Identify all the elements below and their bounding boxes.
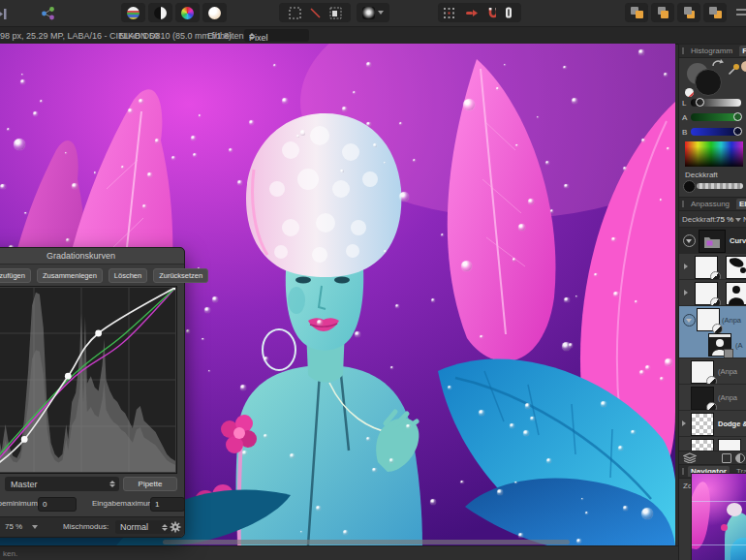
layers-opacity-value[interactable]: 75 % [716, 215, 733, 224]
gear-icon[interactable] [170, 521, 181, 533]
tab-ebenen[interactable]: Ebenen [736, 199, 746, 209]
auto-levels-button[interactable] [121, 3, 145, 22]
foreground-colour-swatch[interactable] [695, 69, 722, 96]
adjustment-thumbnail[interactable] [695, 282, 718, 305]
opacity-value[interactable]: 75 % [5, 522, 22, 531]
colour-opacity-knob[interactable] [683, 180, 696, 193]
layer-row[interactable] [679, 437, 746, 451]
arrange-forward-button[interactable] [651, 3, 674, 22]
navigator-view-rect [692, 501, 746, 545]
adjustment-thumbnail[interactable] [695, 256, 718, 279]
adjustment-icon[interactable] [735, 453, 745, 463]
tab-farbe[interactable]: Farbe [739, 46, 746, 56]
selection-tools-group [279, 3, 351, 22]
panel-grip-icon[interactable] [682, 201, 684, 207]
arrange-to-back-button[interactable] [703, 3, 727, 22]
units-dropdown[interactable]: Pixel [244, 29, 309, 42]
arrange-forward-icon [656, 6, 670, 19]
recent-colour-swatch[interactable] [741, 61, 746, 72]
horizontal-scrollbar[interactable] [163, 540, 570, 544]
panel-grip-icon[interactable] [682, 468, 684, 475]
add-button[interactable]: Hinzufügen [0, 268, 31, 283]
layer-label: (Anpa [718, 393, 737, 402]
share-icon[interactable] [41, 6, 56, 24]
stepper-icon [109, 481, 115, 487]
curves-graph[interactable] [0, 286, 177, 474]
b-slider[interactable] [691, 128, 741, 136]
arrange-to-front-icon [630, 6, 644, 19]
layer-row[interactable]: (Anpa [679, 358, 746, 385]
eyedropper-icon[interactable] [728, 63, 740, 76]
group-thumbnail[interactable] [699, 230, 726, 253]
trash-button[interactable] [496, 3, 521, 22]
adjustment-badge-icon [706, 376, 717, 385]
l-slider[interactable] [691, 99, 741, 107]
chevron-down-icon [378, 11, 384, 15]
chevron-down-icon [735, 218, 741, 222]
adjustment-thumbnail[interactable] [697, 308, 720, 331]
auto-colours-button[interactable] [175, 3, 200, 22]
adjustment-thumbnail[interactable] [691, 360, 714, 384]
layers-opacity-row: Deckkraft: 75 % N [679, 211, 746, 228]
pixel-thumbnail[interactable] [691, 413, 714, 436]
layer-row-curves-group[interactable]: Curves [679, 228, 746, 254]
layer-row[interactable] [679, 254, 746, 280]
expand-icon[interactable] [684, 264, 688, 269]
pixel-grid-icon[interactable] [442, 6, 456, 20]
dialog-buttons: Hinzufügen Zusammenlegen Löschen Zurücks… [0, 264, 184, 287]
tab-anpassung[interactable]: Anpassung [688, 199, 732, 209]
panel-grip-icon[interactable] [682, 47, 684, 54]
colour-spectrum[interactable] [685, 141, 743, 167]
colour-opacity-slider[interactable] [697, 183, 743, 189]
blend-mode-dropdown[interactable]: Normal [115, 520, 171, 534]
menu-icon[interactable] [736, 9, 746, 16]
merge-button[interactable]: Zusammenlegen [37, 268, 103, 283]
mask-thumbnail[interactable] [726, 282, 746, 305]
status-bar: ken. [0, 545, 678, 560]
input-min-field[interactable]: 0 [38, 497, 77, 512]
layer-row[interactable]: (Anpa [679, 385, 746, 411]
input-max-field[interactable]: 1 [150, 497, 185, 512]
arrange-backward-button[interactable] [677, 3, 700, 22]
layer-row-selected[interactable]: (Anpa (A [679, 306, 746, 358]
layer-row[interactable] [679, 280, 746, 306]
slider-label-a: A [682, 113, 687, 122]
curves-dialog: Gradationskurven Hinzufügen Zusammenlege… [0, 247, 185, 538]
marquee-icon[interactable] [288, 6, 302, 20]
layer-label: (Anpa [718, 367, 737, 376]
dialog-title: Gradationskurven [0, 248, 184, 264]
preset-dropdown[interactable] [357, 3, 389, 22]
clipped-tool-icon[interactable] [0, 7, 10, 19]
layer-label: Curves [730, 236, 746, 245]
mask-thumbnail[interactable] [708, 333, 731, 357]
channel-dropdown[interactable]: Master [5, 477, 119, 491]
new-layer-icon[interactable] [722, 453, 731, 463]
layer-row-dodge-group[interactable]: Dodge & [679, 411, 746, 437]
mask-thumbnail[interactable] [726, 256, 746, 279]
top-toolbar [0, 0, 746, 27]
layer-stack-icon[interactable] [683, 452, 697, 463]
picker-button[interactable]: Pipette [123, 477, 177, 491]
navigator-thumbnail[interactable] [691, 473, 746, 560]
delete-button[interactable]: Löschen [109, 268, 147, 283]
adjustment-thumbnail[interactable] [691, 387, 714, 410]
snap-move-icon[interactable] [464, 6, 479, 20]
auto-contrast-button[interactable] [148, 3, 172, 22]
collapse-icon[interactable] [683, 314, 696, 327]
deselect-icon[interactable] [308, 6, 323, 20]
reset-button[interactable]: Zurücksetzen [153, 268, 208, 283]
units-label: Einheiten: [207, 31, 246, 41]
no-colour-icon[interactable] [685, 88, 694, 97]
collapse-icon[interactable] [683, 234, 696, 247]
a-slider[interactable] [691, 113, 741, 121]
expand-icon[interactable] [682, 420, 686, 426]
swap-colours-icon[interactable] [712, 59, 724, 69]
transform-icon[interactable] [328, 6, 343, 20]
blend-mode-label: Mischmodus: [63, 522, 109, 531]
context-toolbar: 98 px, 25.29 MP, LABA/16 - CIELAB D50 NI… [0, 27, 746, 45]
auto-white-balance-button[interactable] [202, 3, 227, 22]
arrange-to-front-button[interactable] [625, 3, 648, 22]
expand-icon[interactable] [684, 290, 688, 296]
color-tabbar: Histogramm Farbe [679, 44, 746, 58]
tab-histogramm[interactable]: Histogramm [688, 46, 735, 56]
